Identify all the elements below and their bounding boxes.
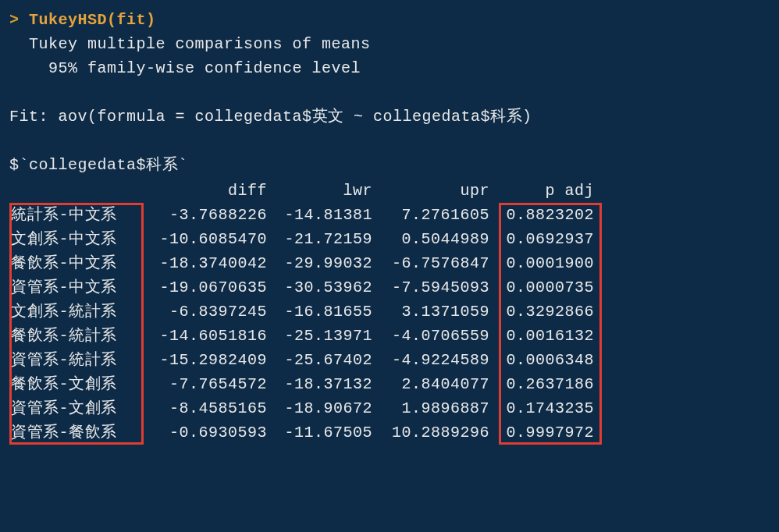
row-label: 資管系-文創系 bbox=[9, 396, 142, 420]
row-upr: 10.2889296 bbox=[372, 420, 489, 445]
row-upr: 2.8404077 bbox=[372, 372, 489, 396]
row-lwr: -11.67505 bbox=[267, 420, 372, 445]
prompt-symbol: > bbox=[9, 11, 29, 29]
row-padj: 0.0000735 bbox=[489, 275, 599, 300]
row-label: 餐飲系-中文系 bbox=[9, 251, 142, 275]
row-upr: 7.2761605 bbox=[372, 203, 489, 227]
row-lwr: -25.13971 bbox=[267, 324, 372, 348]
row-padj: 0.1743235 bbox=[489, 396, 599, 420]
row-upr: 1.9896887 bbox=[372, 396, 489, 420]
output-title-1: Tukey multiple comparisons of means bbox=[9, 32, 770, 56]
row-upr: 0.5044989 bbox=[372, 227, 489, 251]
table-row: 資管系-文創系-8.4585165-18.906721.98968870.174… bbox=[9, 396, 770, 420]
command-text: TukeyHSD(fit) bbox=[29, 11, 156, 29]
row-diff: -3.7688226 bbox=[142, 203, 267, 227]
row-lwr: -18.37132 bbox=[267, 372, 372, 396]
table-row: 文創系-中文系-10.6085470-21.721590.50449890.06… bbox=[9, 227, 770, 251]
tukey-table: diff lwr upr p adj 統計系-中文系-3.7688226-14.… bbox=[9, 179, 770, 445]
row-lwr: -25.67402 bbox=[267, 348, 372, 372]
row-diff: -14.6051816 bbox=[142, 324, 267, 348]
row-label: 資管系-餐飲系 bbox=[9, 420, 142, 445]
command-line[interactable]: > TukeyHSD(fit) bbox=[9, 8, 770, 32]
row-padj: 0.0006348 bbox=[489, 348, 599, 372]
group-label: $`collegedata$科系` bbox=[9, 153, 770, 177]
row-diff: -15.2982409 bbox=[142, 348, 267, 372]
row-lwr: -29.99032 bbox=[267, 251, 372, 275]
row-padj: 0.8823202 bbox=[489, 203, 599, 227]
blank-line bbox=[9, 129, 770, 153]
header-lwr: lwr bbox=[267, 179, 372, 203]
row-diff: -18.3740042 bbox=[142, 251, 267, 275]
row-upr: -4.9224589 bbox=[372, 348, 489, 372]
row-diff: -8.4585165 bbox=[142, 396, 267, 420]
row-diff: -0.6930593 bbox=[142, 420, 267, 445]
header-upr: upr bbox=[372, 179, 489, 203]
row-upr: 3.1371059 bbox=[372, 300, 489, 324]
row-label: 資管系-中文系 bbox=[9, 275, 142, 300]
table-row: 餐飲系-中文系-18.3740042-29.99032-6.75768470.0… bbox=[9, 251, 770, 275]
row-diff: -19.0670635 bbox=[142, 275, 267, 300]
row-label: 資管系-統計系 bbox=[9, 348, 142, 372]
fit-line: Fit: aov(formula = collegedata$英文 ~ coll… bbox=[9, 105, 770, 129]
table-row: 餐飲系-統計系-14.6051816-25.13971-4.07065590.0… bbox=[9, 324, 770, 348]
row-padj: 0.0692937 bbox=[489, 227, 599, 251]
table-row: 文創系-統計系-6.8397245-16.816553.13710590.329… bbox=[9, 300, 770, 324]
row-label: 餐飲系-文創系 bbox=[9, 372, 142, 396]
row-diff: -10.6085470 bbox=[142, 227, 267, 251]
row-diff: -6.8397245 bbox=[142, 300, 267, 324]
table-row: 統計系-中文系-3.7688226-14.813817.27616050.882… bbox=[9, 203, 770, 227]
row-lwr: -16.81655 bbox=[267, 300, 372, 324]
row-padj: 0.2637186 bbox=[489, 372, 599, 396]
row-padj: 0.9997972 bbox=[489, 420, 599, 445]
row-label: 文創系-中文系 bbox=[9, 227, 142, 251]
row-label: 文創系-統計系 bbox=[9, 300, 142, 324]
row-upr: -6.7576847 bbox=[372, 251, 489, 275]
table-row: 餐飲系-文創系-7.7654572-18.371322.84040770.263… bbox=[9, 372, 770, 396]
row-label: 統計系-中文系 bbox=[9, 203, 142, 227]
row-padj: 0.0016132 bbox=[489, 324, 599, 348]
row-lwr: -30.53962 bbox=[267, 275, 372, 300]
table-row: 資管系-中文系-19.0670635-30.53962-7.59450930.0… bbox=[9, 275, 770, 300]
table-row: 資管系-餐飲系-0.6930593-11.6750510.28892960.99… bbox=[9, 420, 770, 445]
row-diff: -7.7654572 bbox=[142, 372, 267, 396]
blank-line bbox=[9, 80, 770, 105]
header-padj: p adj bbox=[489, 179, 599, 203]
row-lwr: -21.72159 bbox=[267, 227, 372, 251]
row-padj: 0.3292866 bbox=[489, 300, 599, 324]
table-row: 資管系-統計系-15.2982409-25.67402-4.92245890.0… bbox=[9, 348, 770, 372]
row-label: 餐飲系-統計系 bbox=[9, 324, 142, 348]
row-upr: -4.0706559 bbox=[372, 324, 489, 348]
row-lwr: -14.81381 bbox=[267, 203, 372, 227]
output-title-2: 95% family-wise confidence level bbox=[9, 56, 770, 80]
header-diff: diff bbox=[142, 179, 267, 203]
row-padj: 0.0001900 bbox=[489, 251, 599, 275]
row-lwr: -18.90672 bbox=[267, 396, 372, 420]
row-upr: -7.5945093 bbox=[372, 275, 489, 300]
table-header: diff lwr upr p adj bbox=[9, 179, 770, 203]
